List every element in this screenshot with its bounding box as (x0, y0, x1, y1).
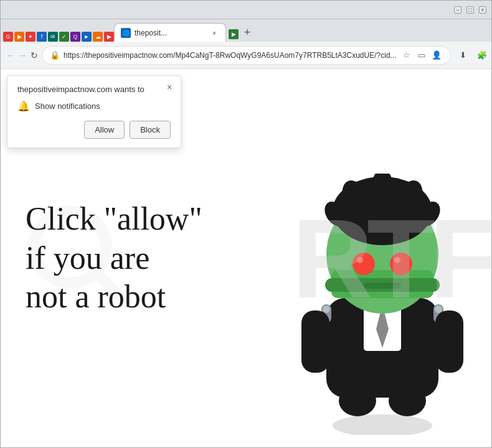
main-text-line2: if you are (26, 239, 202, 278)
page-content: × thepositiveimpactnow.com wants to 🔔 Sh… (1, 69, 491, 447)
toolbar-icons: ⬇ 🧩 👤 ⋮ (455, 47, 492, 64)
new-tab-button[interactable]: + (239, 24, 256, 42)
popup-permission: 🔔 Show notifications (17, 100, 171, 112)
active-tab-close[interactable]: × (209, 28, 219, 38)
main-text-line3: not a robot (26, 278, 202, 316)
window-controls: − □ × (454, 6, 486, 14)
address-bar: ← → ↻ 🔒 https://thepositiveimpactnow.com… (1, 42, 491, 69)
main-text-line1: Click "allow" (26, 200, 202, 238)
downloads-icon[interactable]: ⬇ (455, 47, 472, 64)
permission-text: Show notifications (35, 101, 100, 111)
active-tab[interactable]: 🌐 theposit... × (114, 23, 226, 42)
allow-button[interactable]: Allow (84, 121, 125, 139)
notification-popup: × thepositiveimpactnow.com wants to 🔔 Sh… (7, 75, 181, 148)
tab-favicon-1[interactable]: G (3, 32, 13, 42)
robot-character (286, 174, 479, 435)
lock-icon: 🔒 (50, 50, 60, 60)
svg-point-12 (339, 385, 376, 416)
svg-point-9 (435, 306, 442, 313)
close-button[interactable]: × (479, 6, 486, 14)
svg-point-8 (323, 306, 330, 313)
tab-favicon-7[interactable]: Q (70, 32, 80, 42)
forward-button[interactable]: → (18, 47, 27, 64)
svg-point-2 (333, 414, 432, 435)
minimize-button[interactable]: − (454, 6, 461, 14)
bell-icon: 🔔 (17, 100, 30, 112)
tab-favicon-8[interactable]: ► (82, 32, 92, 42)
popup-close-button[interactable]: × (163, 81, 176, 93)
active-tab-title: theposit... (135, 29, 167, 37)
tab-favicon-6[interactable]: ✓ (59, 32, 69, 42)
favicon-tabs: G ▶ ✦ f ✉ ✓ Q ► ☁ ▶ (3, 32, 114, 42)
svg-rect-27 (364, 282, 401, 289)
address-input[interactable]: 🔒 https://thepositiveimpactnow.com/Mp4Ca… (42, 46, 451, 65)
svg-rect-11 (435, 310, 463, 373)
back-button[interactable]: ← (6, 47, 14, 64)
svg-point-13 (389, 385, 426, 416)
svg-point-23 (352, 253, 375, 275)
tab-favicon-9[interactable]: ☁ (93, 32, 103, 42)
bookmark-star-icon[interactable]: ☆ (400, 49, 413, 62)
refresh-button[interactable]: ↻ (31, 47, 38, 64)
cast-icon[interactable]: ▭ (415, 49, 428, 62)
svg-point-26 (394, 257, 400, 263)
tab-favicon-3[interactable]: ✦ (26, 32, 35, 42)
tab-favicon-10[interactable]: ▶ (104, 32, 114, 42)
address-text: https://thepositiveimpactnow.com/Mp4CaNg… (64, 51, 397, 60)
title-bar: − □ × (1, 1, 491, 19)
svg-rect-10 (301, 310, 329, 373)
user-icon[interactable]: 👤 (430, 49, 443, 62)
tab-favicon-5[interactable]: ✉ (48, 32, 58, 42)
main-text: Click "allow" if you are not a robot (26, 200, 202, 316)
address-icons: ☆ ▭ 👤 (400, 49, 443, 62)
svg-point-25 (357, 257, 363, 263)
tab-favicon-4[interactable]: f (37, 32, 47, 42)
block-button[interactable]: Block (130, 121, 171, 139)
browser-window: − □ × G ▶ ✦ f ✉ ✓ Q ► ☁ ▶ 🌐 theposit... … (0, 0, 492, 448)
tab-favicon-2[interactable]: ▶ (14, 32, 24, 42)
extensions-icon[interactable]: 🧩 (473, 47, 491, 64)
tab-bar: G ▶ ✦ f ✉ ✓ Q ► ☁ ▶ 🌐 theposit... × ▶ + (1, 19, 491, 42)
active-tab-favicon: 🌐 (121, 28, 131, 38)
maximize-button[interactable]: □ (466, 6, 474, 14)
popup-buttons: Allow Block (17, 121, 171, 139)
svg-point-24 (390, 253, 412, 275)
tab-favicon-11[interactable]: ▶ (229, 29, 239, 39)
popup-title: thepositiveimpactnow.com wants to (17, 85, 171, 94)
